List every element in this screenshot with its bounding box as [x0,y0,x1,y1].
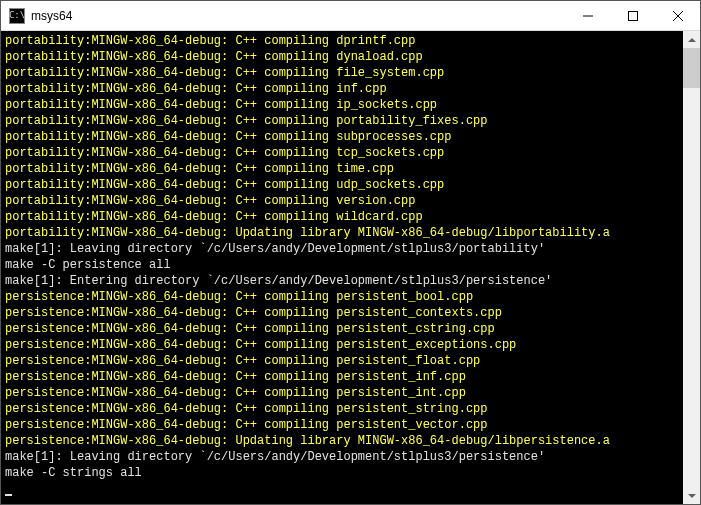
terminal-line: make[1]: Leaving directory `/c/Users/and… [5,449,679,465]
terminal-line: portability:MINGW-x86_64-debug: C++ comp… [5,177,679,193]
terminal-line: portability:MINGW-x86_64-debug: C++ comp… [5,49,679,65]
close-button[interactable] [655,1,700,30]
cursor [5,494,12,496]
scroll-down-button[interactable] [683,487,700,504]
terminal-line: portability:MINGW-x86_64-debug: C++ comp… [5,161,679,177]
scroll-track[interactable] [683,48,700,487]
svg-marker-4 [688,38,696,42]
terminal-line: portability:MINGW-x86_64-debug: C++ comp… [5,113,679,129]
terminal-area[interactable]: portability:MINGW-x86_64-debug: C++ comp… [1,31,700,504]
titlebar[interactable]: C:\ msys64 [1,1,700,31]
terminal-line: persistence:MINGW-x86_64-debug: C++ comp… [5,417,679,433]
terminal-cursor-line [5,481,679,497]
scroll-thumb[interactable] [683,48,700,88]
terminal-line: portability:MINGW-x86_64-debug: C++ comp… [5,145,679,161]
terminal-line: persistence:MINGW-x86_64-debug: C++ comp… [5,369,679,385]
terminal-line: portability:MINGW-x86_64-debug: Updating… [5,225,679,241]
terminal-line: persistence:MINGW-x86_64-debug: C++ comp… [5,289,679,305]
svg-marker-5 [688,494,696,498]
terminal-line: persistence:MINGW-x86_64-debug: C++ comp… [5,337,679,353]
terminal-line: portability:MINGW-x86_64-debug: C++ comp… [5,97,679,113]
chevron-down-icon [688,494,696,498]
terminal-line: persistence:MINGW-x86_64-debug: C++ comp… [5,385,679,401]
terminal-line: make[1]: Leaving directory `/c/Users/and… [5,241,679,257]
window-frame: C:\ msys64 portability:MINGW-x86_64-debu… [0,0,701,505]
terminal-line: persistence:MINGW-x86_64-debug: C++ comp… [5,305,679,321]
terminal-line: portability:MINGW-x86_64-debug: C++ comp… [5,193,679,209]
terminal-line: persistence:MINGW-x86_64-debug: C++ comp… [5,401,679,417]
terminal-line: persistence:MINGW-x86_64-debug: Updating… [5,433,679,449]
svg-rect-1 [628,11,637,20]
terminal-line: portability:MINGW-x86_64-debug: C++ comp… [5,81,679,97]
app-icon: C:\ [9,8,25,24]
window-title: msys64 [31,9,565,23]
minimize-icon [583,11,593,21]
maximize-button[interactable] [610,1,655,30]
terminal-line: portability:MINGW-x86_64-debug: C++ comp… [5,129,679,145]
terminal-line: portability:MINGW-x86_64-debug: C++ comp… [5,209,679,225]
terminal-content: portability:MINGW-x86_64-debug: C++ comp… [1,31,683,504]
chevron-up-icon [688,38,696,42]
close-icon [673,11,683,21]
terminal-line: make[1]: Entering directory `/c/Users/an… [5,273,679,289]
maximize-icon [628,11,638,21]
minimize-button[interactable] [565,1,610,30]
terminal-line: make -C persistence all [5,257,679,273]
scroll-up-button[interactable] [683,31,700,48]
terminal-line: portability:MINGW-x86_64-debug: C++ comp… [5,65,679,81]
terminal-line: make -C strings all [5,465,679,481]
terminal-line: portability:MINGW-x86_64-debug: C++ comp… [5,33,679,49]
window-controls [565,1,700,30]
terminal-line: persistence:MINGW-x86_64-debug: C++ comp… [5,321,679,337]
terminal-line: persistence:MINGW-x86_64-debug: C++ comp… [5,353,679,369]
scrollbar-vertical[interactable] [683,31,700,504]
